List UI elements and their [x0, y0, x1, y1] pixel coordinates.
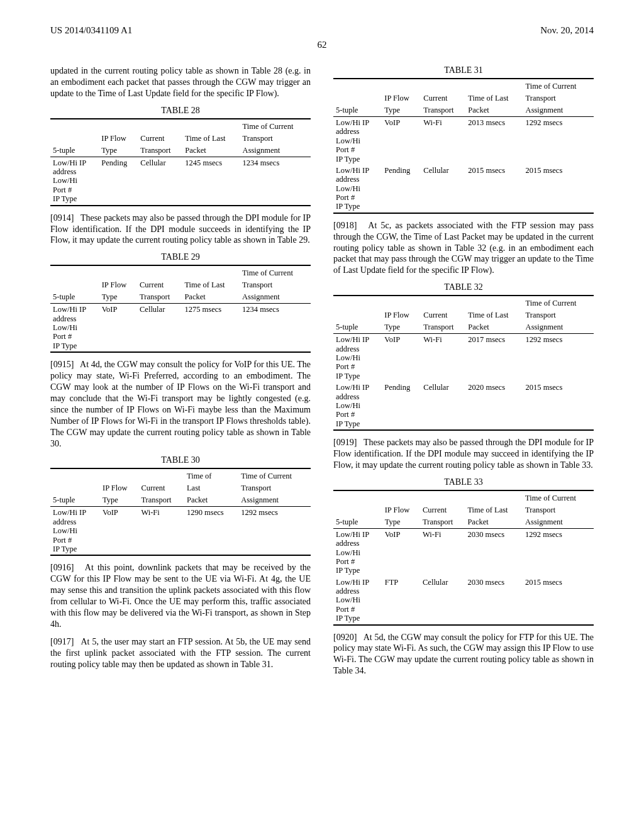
body-text: updated in the current routing policy ta… [50, 65, 311, 99]
page-number: 62 [50, 40, 594, 50]
table-caption: TABLE 33 [333, 477, 594, 487]
pub-date: Nov. 20, 2014 [540, 25, 594, 36]
pub-number: US 2014/0341109 A1 [50, 25, 132, 36]
col-header: Time of Last [182, 133, 240, 145]
para-ref: [0918] [333, 221, 357, 230]
col-header: Packet [182, 145, 240, 157]
para-ref: [0916] [50, 563, 74, 572]
body-text: [0914] These packets may also be passed … [50, 213, 311, 246]
col-header: Assignment [240, 145, 311, 157]
table-caption: TABLE 29 [50, 252, 311, 262]
para-ref: [0917] [50, 637, 74, 646]
table-row: Low/Hi IP address Low/Hi Port # IP Type … [333, 117, 594, 165]
table-row: Low/Hi IP address Low/Hi Port # IP Type … [333, 528, 594, 576]
table-31: Time of Current IP FlowCurrentTime of La… [333, 78, 594, 214]
col-header: Current [138, 133, 182, 145]
col-header: IP Flow [99, 133, 138, 145]
col-header: Transport [138, 145, 182, 157]
para-ref: [0919] [333, 438, 357, 447]
para-ref: [0920] [333, 633, 357, 642]
body-text: [0916] At this point, downlink packets t… [50, 562, 311, 629]
table-row: Low/Hi IP address Low/Hi Port # IP Type … [50, 304, 311, 352]
table-row: Low/Hi IP address Low/Hi Port # IP Type … [50, 157, 311, 205]
col-header: 5-tuple [50, 145, 99, 157]
table-caption: TABLE 31 [333, 65, 594, 75]
table-row: Low/Hi IP address Low/Hi Port # IP Type … [333, 334, 594, 382]
table-caption: TABLE 30 [50, 455, 311, 465]
table-32: Time of Current IP FlowCurrentTime of La… [333, 295, 594, 431]
table-28: Time of Current IP Flow Current Time of … [50, 118, 311, 206]
table-33: Time of Current IP FlowCurrentTime of La… [333, 490, 594, 626]
col-header: Time of Current [240, 119, 311, 133]
table-caption: TABLE 32 [333, 282, 594, 292]
col-header: Transport [240, 133, 311, 145]
table-30: Time ofTime of Current IP FlowCurrentLas… [50, 468, 311, 556]
body-text: [0919] These packets may also be passed … [333, 437, 594, 471]
page-header: US 2014/0341109 A1 Nov. 20, 2014 [50, 25, 594, 36]
table-row: Low/Hi IP address Low/Hi Port # IP Type … [50, 507, 311, 555]
body-text: [0918] At 5c, as packets associated with… [333, 220, 594, 277]
table-row: Low/Hi IP address Low/Hi Port # IP Type … [333, 577, 594, 625]
table-row: Low/Hi IP address Low/Hi Port # IP Type … [333, 382, 594, 430]
body-text: [0915] At 4d, the CGW may consult the po… [50, 359, 311, 449]
table-caption: TABLE 28 [50, 106, 311, 116]
table-row: Low/Hi IP address Low/Hi Port # IP Type … [333, 165, 594, 213]
body-text: [0920] At 5d, the CGW may consult the po… [333, 632, 594, 677]
para-ref: [0915] [50, 360, 74, 369]
para-ref: [0914] [50, 213, 74, 223]
col-header: Type [99, 145, 138, 157]
table-29: Time of Current IP FlowCurrentTime of La… [50, 265, 311, 353]
body-text: [0917] At 5, the user may start an FTP s… [50, 636, 311, 670]
